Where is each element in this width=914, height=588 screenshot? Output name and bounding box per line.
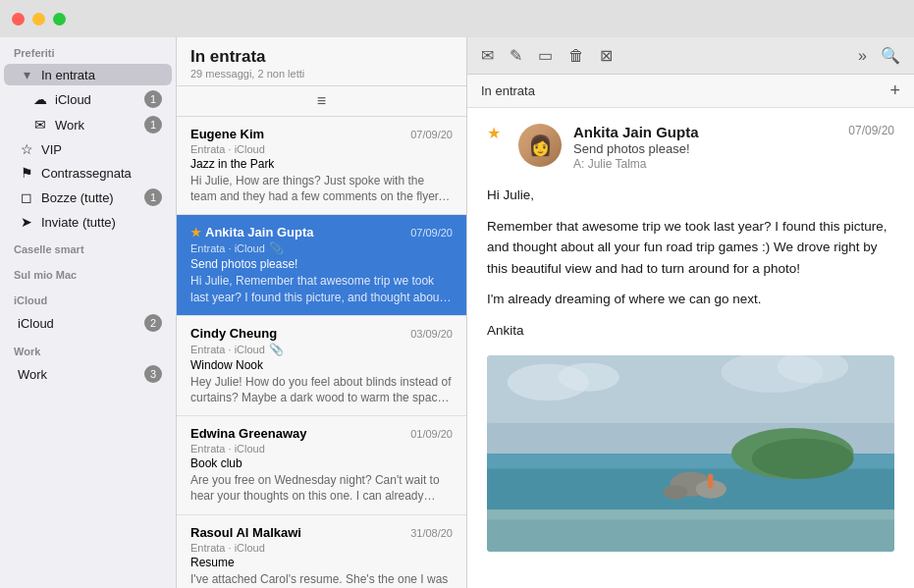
message-list: Eugene Kim07/09/20Entrata · iCloudJazz i… — [177, 117, 466, 588]
sidebar-item-label: Work — [18, 367, 138, 382]
sidebar-item-bozze[interactable]: ◻ Bozze (tutte) 1 — [4, 186, 172, 209]
message-preview: Hey Julie! How do you feel about blinds … — [190, 374, 453, 405]
sidebar: Preferiti ▾ In entrata ☁ iCloud 1 ✉ Work… — [0, 37, 177, 588]
message-date: 31/08/20 — [410, 527, 453, 539]
sidebar-item-icloud-account[interactable]: iCloud 2 — [4, 311, 172, 335]
sidebar-item-inviate[interactable]: ➤ Inviate (tutte) — [4, 211, 172, 233]
sidebar-section-sul-mio-mac: Sul mio Mac — [0, 259, 176, 285]
maximize-button[interactable] — [53, 13, 66, 26]
message-item[interactable]: Eugene Kim07/09/20Entrata · iCloudJazz i… — [177, 117, 466, 215]
title-bar — [0, 0, 914, 37]
icloud-account-badge: 2 — [144, 314, 162, 332]
message-list-panel: In entrata 29 messaggi, 2 non letti ≡ Eu… — [177, 37, 467, 588]
sidebar-item-contrassegnata[interactable]: ⚑ Contrassegnata — [4, 162, 172, 184]
close-button[interactable] — [12, 13, 25, 26]
email-attachment-image — [487, 355, 894, 552]
email-meta: Ankita Jain Gupta Send photos please! A:… — [573, 124, 836, 171]
sidebar-item-vip[interactable]: ☆ VIP — [4, 138, 172, 160]
bozze-badge: 1 — [144, 188, 162, 206]
message-sender: ★Ankita Jain Gupta — [190, 225, 314, 240]
sidebar-item-label: Contrassegnata — [41, 166, 162, 181]
email-header: ★ 👩 Ankita Jain Gupta Send photos please… — [487, 124, 894, 171]
sidebar-item-label: Work — [55, 118, 138, 133]
email-date: 07/09/20 — [848, 124, 894, 137]
email-body: Hi Julie,Remember that awesome trip we t… — [487, 185, 894, 342]
message-date: 07/09/20 — [410, 129, 453, 140]
to-label: A: — [573, 157, 584, 171]
compose-icon[interactable]: ✎ — [510, 46, 522, 65]
inbox-title: In entrata — [190, 47, 453, 67]
svg-point-3 — [559, 362, 619, 391]
avatar: 👩 — [518, 124, 562, 167]
message-item[interactable]: Edwina Greenaway01/09/20Entrata · iCloud… — [177, 416, 466, 514]
flag-icon: ⚑ — [18, 165, 35, 181]
svg-point-9 — [752, 438, 854, 479]
detail-toolbar: ✉ ✎ ▭ 🗑 ⊠ » 🔍 — [467, 37, 914, 75]
sidebar-item-icloud[interactable]: ☁ iCloud 1 — [4, 87, 172, 111]
work-account-badge: 3 — [144, 365, 162, 383]
sidebar-item-label: iCloud — [55, 92, 138, 107]
minimize-button[interactable] — [32, 13, 45, 26]
more-icon[interactable]: » — [858, 47, 867, 65]
message-sender: Eugene Kim — [190, 127, 264, 141]
message-item[interactable]: Rasoul Al Malkawi31/08/20Entrata · iClou… — [177, 515, 466, 589]
filter-icon[interactable]: ≡ — [317, 92, 326, 110]
work-envelope-icon: ✉ — [31, 117, 49, 133]
sidebar-section-caselle-smart: Caselle smart — [0, 234, 176, 259]
star-icon[interactable]: ★ — [487, 124, 501, 142]
junk-icon[interactable]: ⊠ — [600, 46, 613, 65]
sidebar-item-work-account[interactable]: Work 3 — [4, 362, 172, 386]
icloud-icon: ☁ — [31, 91, 49, 107]
avatar-image: 👩 — [518, 124, 562, 167]
to-value: Julie Talma — [588, 157, 647, 171]
body-paragraph: Remember that awesome trip we took last … — [487, 216, 894, 280]
sidebar-item-in-entrata[interactable]: ▾ In entrata — [4, 64, 172, 85]
message-subject: Window Nook — [190, 358, 453, 372]
sidebar-item-label: iCloud — [18, 316, 138, 331]
sender-name: Rasoul Al Malkawi — [190, 525, 301, 540]
message-list-header: In entrata 29 messaggi, 2 non letti — [177, 37, 466, 86]
email-from: Ankita Jain Gupta — [573, 124, 836, 140]
trash-icon[interactable]: 🗑 — [568, 47, 584, 65]
message-preview: Hi Julie, How are things? Just spoke wit… — [190, 173, 453, 204]
sidebar-item-work-favorites[interactable]: ✉ Work 1 — [4, 113, 172, 136]
icloud-badge: 1 — [144, 90, 162, 108]
sidebar-item-label: VIP — [41, 142, 162, 157]
message-date: 07/09/20 — [410, 227, 453, 239]
sender-name: Eugene Kim — [190, 127, 264, 141]
message-date: 03/09/20 — [410, 328, 453, 340]
message-subject: Book club — [190, 456, 453, 470]
message-sender: Cindy Cheung — [190, 326, 277, 341]
body-paragraph: Ankita — [487, 320, 894, 342]
draft-icon: ◻ — [18, 189, 35, 205]
message-item[interactable]: Cindy Cheung03/09/20Entrata · iCloud 📎Wi… — [177, 316, 466, 416]
detail-content: ★ 👩 Ankita Jain Gupta Send photos please… — [467, 108, 914, 588]
sender-name: Edwina Greenaway — [190, 426, 307, 441]
main-container: Preferiti ▾ In entrata ☁ iCloud 1 ✉ Work… — [0, 37, 914, 588]
search-icon[interactable]: 🔍 — [881, 46, 900, 65]
message-preview: Are you free on Wednesday night? Can't w… — [190, 472, 453, 504]
detail-header-bar: In entrata + — [467, 75, 914, 108]
inbox-subtitle: 29 messaggi, 2 non letti — [190, 68, 453, 80]
chevron-down-icon: ▾ — [18, 67, 35, 82]
message-preview: Hi Julie, Remember that awesome trip we … — [190, 273, 453, 304]
sidebar-section-preferiti: Preferiti — [0, 37, 176, 63]
sidebar-section-work-account: Work — [0, 336, 176, 361]
add-button[interactable]: + — [889, 80, 900, 101]
star-icon: ★ — [190, 226, 201, 240]
message-preview: I've attached Carol's resume. She's the … — [190, 571, 453, 589]
message-item[interactable]: ★Ankita Jain Gupta07/09/20Entrata · iClo… — [177, 215, 466, 315]
message-subject: Send photos please! — [190, 257, 453, 271]
body-paragraph: Hi Julie, — [487, 185, 894, 206]
sidebar-item-label: Inviate (tutte) — [41, 215, 162, 230]
sender-name: Ankita Jain Gupta — [205, 225, 314, 240]
sidebar-item-label: In entrata — [41, 68, 162, 82]
message-source: Entrata · iCloud 📎 — [190, 343, 453, 356]
toolbar-right: » 🔍 — [858, 46, 900, 65]
envelope-icon[interactable]: ✉ — [481, 46, 494, 65]
message-date: 01/09/20 — [410, 428, 453, 440]
attachment-icon: 📎 — [269, 241, 284, 255]
archive-icon[interactable]: ▭ — [538, 46, 553, 65]
svg-rect-15 — [487, 519, 894, 552]
message-subject: Jazz in the Park — [190, 157, 453, 171]
